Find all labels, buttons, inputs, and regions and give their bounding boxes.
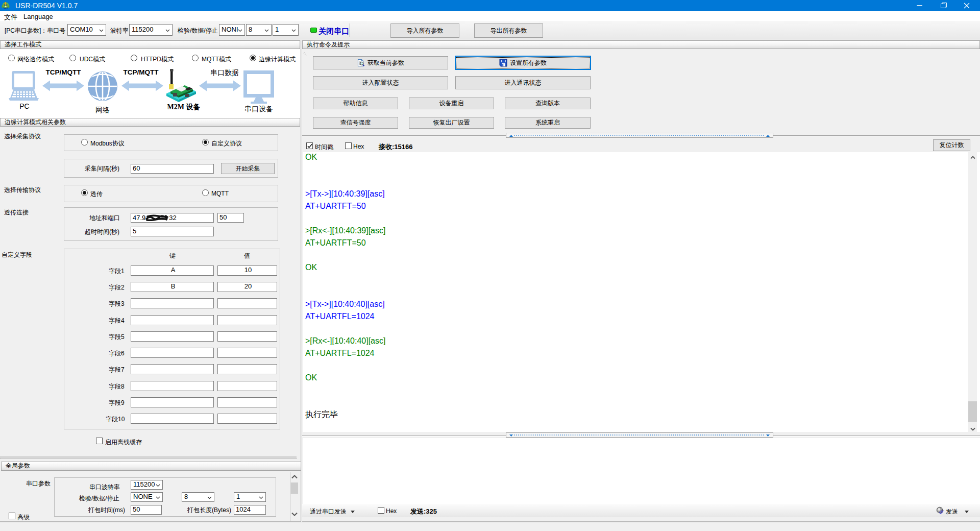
svg-text:TCP/MQTT: TCP/MQTT — [124, 68, 159, 76]
svg-text:PC: PC — [19, 102, 29, 110]
svg-text:网络: 网络 — [95, 106, 110, 114]
svg-text:TCP/MQTT: TCP/MQTT — [46, 68, 82, 76]
svg-text:串口设备: 串口设备 — [244, 105, 273, 113]
svg-text:串口数据: 串口数据 — [210, 69, 239, 77]
svg-text:M2M 设备: M2M 设备 — [167, 103, 201, 111]
